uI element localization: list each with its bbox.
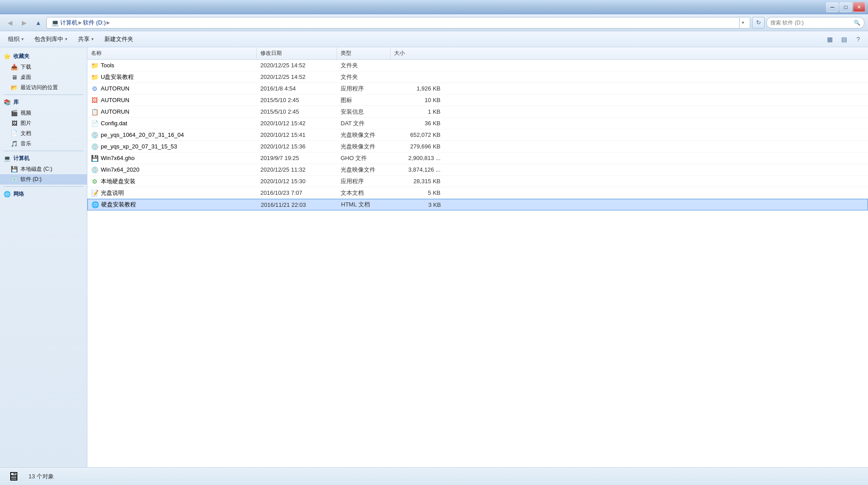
file-name: pe_yqs_1064_20_07_31_16_04 <box>101 132 184 138</box>
file-type-cell: 应用程序 <box>337 85 391 93</box>
sidebar-item-download[interactable]: 📥 下载 <box>0 62 87 72</box>
divider-2 <box>4 151 83 151</box>
file-name: AUTORUN <box>101 97 129 103</box>
minimize-button[interactable]: ─ <box>826 2 839 12</box>
file-area: 名称 修改日期 类型 大小 📁 Tools 2020/12/25 14:52 文… <box>87 47 868 467</box>
file-date-cell: 2015/5/10 2:45 <box>257 97 337 103</box>
file-type-icon: 📁 <box>91 74 98 81</box>
file-name-cell: 💿 Win7x64_2020 <box>87 166 257 173</box>
file-type-cell: 光盘映像文件 <box>337 143 391 151</box>
file-name: 硬盘安装教程 <box>101 201 136 209</box>
table-row[interactable]: 📝 光盘说明 2016/10/23 7:07 文本文档 5 KB <box>87 187 868 199</box>
breadcrumb-computer[interactable]: 计算机 <box>60 19 78 27</box>
file-type-icon: ⚙ <box>91 178 98 185</box>
sidebar-recent-label: 最近访问的位置 <box>21 84 58 91</box>
network-header[interactable]: 🌐 网络 <box>0 189 87 200</box>
table-row[interactable]: 📋 AUTORUN 2015/5/10 2:45 安装信息 1 KB <box>87 106 868 118</box>
favorites-label: 收藏夹 <box>13 53 29 60</box>
sidebar-item-video[interactable]: 🎬 视频 <box>0 108 87 118</box>
divider-1 <box>4 95 83 95</box>
share-button[interactable]: 共享 ▾ <box>74 33 98 45</box>
file-date-cell: 2015/5/10 2:45 <box>257 108 337 115</box>
sidebar-download-label: 下载 <box>21 63 31 71</box>
organize-dropdown-icon: ▾ <box>21 37 24 41</box>
download-icon: 📥 <box>11 64 18 71</box>
computer-header[interactable]: 💻 计算机 <box>0 153 87 164</box>
organize-button[interactable]: 组织 ▾ <box>4 33 28 45</box>
file-size-cell: 36 KB <box>391 120 444 127</box>
col-header-name[interactable]: 名称 <box>87 47 257 59</box>
computer-label: 计算机 <box>13 155 29 162</box>
breadcrumb-drive[interactable]: 软件 (D:) <box>83 19 106 27</box>
file-type-cell: 文件夹 <box>337 62 391 70</box>
sidebar-item-documents[interactable]: 📄 文档 <box>0 128 87 139</box>
help-button[interactable]: ? <box>852 33 864 45</box>
file-type-cell: DAT 文件 <box>337 119 391 127</box>
file-name-cell: 📄 Config.dat <box>87 120 257 127</box>
sidebar-documents-label: 文档 <box>21 130 31 137</box>
back-button[interactable]: ◀ <box>4 16 16 29</box>
col-header-size[interactable]: 大小 <box>391 47 444 59</box>
table-row[interactable]: 💾 Win7x64.gho 2019/9/7 19:25 GHO 文件 2,90… <box>87 152 868 164</box>
table-row[interactable]: ⚙ 本地硬盘安装 2020/10/12 15:30 应用程序 28,315 KB <box>87 176 868 187</box>
library-label: 库 <box>13 99 19 106</box>
computer-section: 💻 计算机 💾 本地磁盘 (C:) 💿 软件 (D:) <box>0 153 87 185</box>
file-type-cell: 应用程序 <box>337 177 391 185</box>
sidebar-item-music[interactable]: 🎵 音乐 <box>0 139 87 149</box>
d-drive-icon: 💿 <box>11 176 18 183</box>
favorites-icon: ⭐ <box>4 53 11 60</box>
share-dropdown-icon: ▾ <box>91 37 94 41</box>
status-bar: 🖥 13 个对象 <box>0 467 868 485</box>
table-row[interactable]: 📁 U盘安装教程 2020/12/25 14:52 文件夹 <box>87 71 868 83</box>
sidebar-item-recent[interactable]: 📂 最近访问的位置 <box>0 82 87 93</box>
view-options-button[interactable]: ▦ <box>823 33 836 45</box>
col-header-type[interactable]: 类型 <box>337 47 391 59</box>
table-row[interactable]: 🖼 AUTORUN 2015/5/10 2:45 图标 10 KB <box>87 95 868 106</box>
file-date-cell: 2016/1/8 4:54 <box>257 85 337 92</box>
file-name-cell: 💾 Win7x64.gho <box>87 155 257 162</box>
file-type-cell: 安装信息 <box>337 108 391 116</box>
new-folder-button[interactable]: 新建文件夹 <box>100 33 138 45</box>
close-button[interactable]: ✕ <box>853 2 865 12</box>
sidebar-item-d-drive[interactable]: 💿 软件 (D:) <box>0 174 87 185</box>
file-size-cell: 10 KB <box>391 97 444 103</box>
sidebar-item-desktop[interactable]: 🖥 桌面 <box>0 72 87 82</box>
address-bar[interactable]: 💻 计算机 ▶ 软件 (D:) ▶ ▾ <box>46 17 750 29</box>
file-name: 本地硬盘安装 <box>101 177 136 185</box>
file-list: 📁 Tools 2020/12/25 14:52 文件夹 📁 U盘安装教程 20… <box>87 60 868 467</box>
table-row[interactable]: 📁 Tools 2020/12/25 14:52 文件夹 <box>87 60 868 71</box>
maximize-button[interactable]: □ <box>839 2 852 12</box>
forward-button[interactable]: ▶ <box>18 16 30 29</box>
table-row[interactable]: ⚙ AUTORUN 2016/1/8 4:54 应用程序 1,926 KB <box>87 83 868 95</box>
file-type-cell: 光盘映像文件 <box>337 166 391 174</box>
sidebar-item-pictures[interactable]: 🖼 图片 <box>0 118 87 128</box>
up-button[interactable]: ▲ <box>32 16 45 29</box>
organize-label: 组织 <box>8 35 20 43</box>
sidebar-item-c-drive[interactable]: 💾 本地磁盘 (C:) <box>0 164 87 174</box>
file-name-cell: 📋 AUTORUN <box>87 108 257 115</box>
table-row[interactable]: 💿 Win7x64_2020 2020/12/25 11:32 光盘映像文件 3… <box>87 164 868 176</box>
view-toggle-button[interactable]: ▤ <box>838 33 850 45</box>
refresh-button[interactable]: ↻ <box>752 17 765 29</box>
table-row[interactable]: 💿 pe_yqs_xp_20_07_31_15_53 2020/10/12 15… <box>87 141 868 152</box>
breadcrumb: 💻 计算机 ▶ 软件 (D:) ▶ <box>50 18 110 27</box>
favorites-header[interactable]: ⭐ 收藏夹 <box>0 51 87 62</box>
network-icon: 🌐 <box>4 191 11 198</box>
col-header-date[interactable]: 修改日期 <box>257 47 337 59</box>
share-label: 共享 <box>78 35 90 43</box>
library-header[interactable]: 📚 库 <box>0 97 87 108</box>
table-row[interactable]: 💿 pe_yqs_1064_20_07_31_16_04 2020/10/12 … <box>87 129 868 141</box>
sidebar-d-drive-label: 软件 (D:) <box>21 176 41 183</box>
file-date-cell: 2020/12/25 14:52 <box>257 74 337 80</box>
file-name: Tools <box>101 62 114 69</box>
file-size-cell: 652,072 KB <box>391 132 444 138</box>
file-type-cell: 图标 <box>337 96 391 104</box>
table-row[interactable]: 📄 Config.dat 2020/10/12 15:42 DAT 文件 36 … <box>87 118 868 129</box>
search-bar[interactable]: 🔍 <box>766 17 864 29</box>
search-input[interactable] <box>770 20 852 26</box>
file-date-cell: 2020/12/25 11:32 <box>257 166 337 173</box>
address-expand-button[interactable]: ▾ <box>739 18 746 28</box>
table-row[interactable]: 🌐 硬盘安装教程 2016/11/21 22:03 HTML 文档 3 KB <box>87 199 868 210</box>
library-button[interactable]: 包含到库中 ▾ <box>30 33 72 45</box>
library-label: 包含到库中 <box>34 35 63 43</box>
